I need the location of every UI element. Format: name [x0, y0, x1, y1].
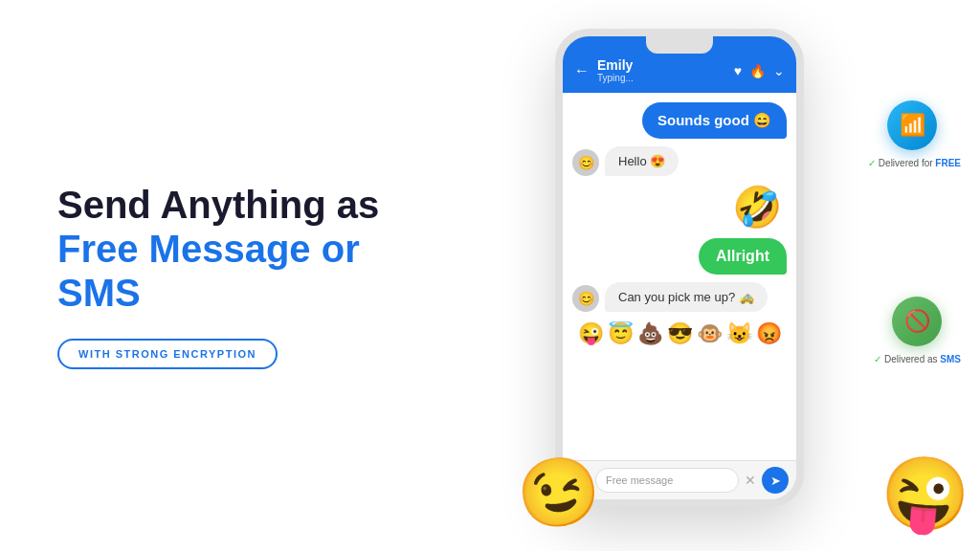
clear-icon[interactable]: ✕ — [745, 473, 756, 488]
emoji-wink: 😜 — [578, 321, 604, 346]
free-label: FREE — [935, 158, 961, 168]
message-input[interactable]: Free message — [595, 468, 739, 493]
message-received-hello: 😊 Hello 😍 — [572, 146, 679, 176]
decorative-emoji-right: 😜 — [877, 449, 973, 540]
chevron-icon[interactable]: ⌄ — [773, 63, 785, 78]
check-icon-sms: ✓ — [874, 354, 881, 364]
phone-body: Sounds good 😄 😊 Hello 😍 🤣 Allright 😊 Can… — [563, 93, 796, 460]
emoji-cat: 😺 — [726, 321, 752, 346]
avatar-2: 😊 — [572, 285, 599, 312]
emoji-row: 😜 😇 💩 😎 🐵 😺 😡 — [572, 321, 787, 346]
emoji-poop: 💩 — [637, 321, 663, 346]
headline: Send Anything as Free Message or SMS — [57, 183, 402, 315]
right-section: ← Emily Typing... ♥ 🔥 ⌄ Sounds good 😄 😊 … — [459, 0, 980, 551]
contact-status: Typing... — [597, 73, 726, 83]
emoji-cool: 😎 — [667, 321, 693, 346]
delivered-sms-label: ✓ Delivered as SMS — [874, 354, 961, 364]
wifi-icon: 📶 — [900, 113, 925, 138]
contact-info: Emily Typing... — [597, 57, 726, 83]
bubble-hello: Hello 😍 — [605, 146, 679, 176]
phone-header: ← Emily Typing... ♥ 🔥 ⌄ — [563, 36, 796, 93]
message-sent-sounds-good: Sounds good 😄 — [642, 102, 787, 139]
avatar: 😊 — [572, 149, 599, 176]
bubble-pickup: Can you pick me up? 🚕 — [605, 282, 768, 312]
emoji-monkey: 🐵 — [697, 321, 723, 346]
decorative-emoji-left: 😉 — [511, 447, 607, 539]
send-button[interactable]: ➤ — [762, 467, 789, 494]
message-sms-allright: Allright — [699, 238, 787, 275]
delivered-sms-text: Delivered as — [884, 354, 940, 364]
emoji-halo: 😇 — [608, 321, 634, 346]
phone-mockup: ← Emily Typing... ♥ 🔥 ⌄ Sounds good 😄 😊 … — [555, 29, 804, 507]
sms-label: SMS — [940, 354, 961, 364]
message-received-pickup: 😊 Can you pick me up? 🚕 — [572, 282, 768, 312]
headline-line2: Free Message or SMS — [57, 227, 402, 315]
no-wifi-icon: 🚫 — [904, 309, 930, 334]
check-icon: ✓ — [868, 158, 876, 168]
header-icons: ♥ 🔥 ⌄ — [734, 63, 785, 78]
wifi-bubble: 📶 — [887, 100, 937, 150]
encryption-badge: WITH STRONG ENCRYPTION — [57, 339, 278, 369]
contact-name: Emily — [597, 57, 726, 73]
back-arrow-icon[interactable]: ← — [574, 62, 590, 79]
emoji-angry: 😡 — [756, 321, 782, 346]
delivered-text: Delivered for — [879, 158, 935, 168]
emoji-laugh: 🤣 — [732, 184, 782, 231]
delivered-free-label: ✓ Delivered for FREE — [868, 158, 961, 168]
heart-icon[interactable]: ♥ — [734, 63, 742, 78]
headline-line1: Send Anything as — [57, 183, 402, 227]
fire-icon[interactable]: 🔥 — [749, 63, 766, 78]
sms-bubble: 🚫 — [892, 297, 942, 346]
left-section: Send Anything as Free Message or SMS WIT… — [0, 144, 459, 408]
